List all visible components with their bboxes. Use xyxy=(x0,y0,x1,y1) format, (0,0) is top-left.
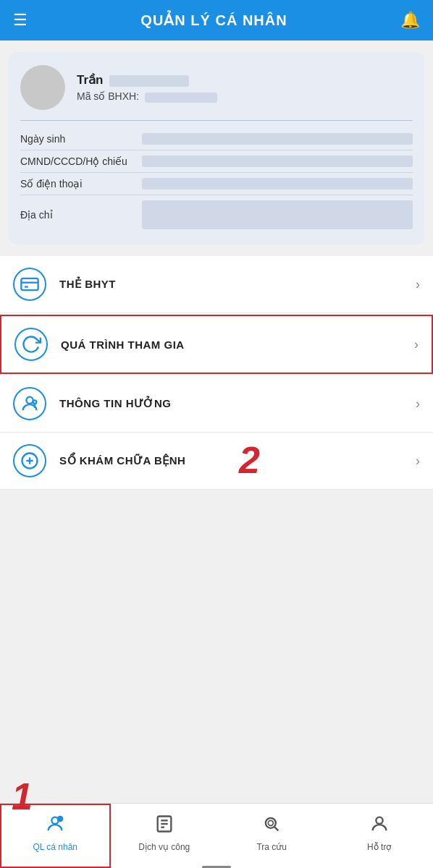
svg-point-16 xyxy=(266,818,276,828)
nav-item-dich-vu-cong[interactable]: Dịch vụ công xyxy=(111,804,219,868)
menu-label-qua-trinh: QUÁ TRÌNH THAM GIA xyxy=(61,339,414,351)
page-title: QUẢN LÝ CÁ NHÂN xyxy=(28,12,400,29)
svg-rect-0 xyxy=(21,278,38,290)
profile-bhxh-value xyxy=(145,93,217,103)
profile-field-address: Địa chỉ xyxy=(20,195,413,234)
profile-card: Trần Mã số BHXH: Ngày sinh CMND/CCCD/Hộ … xyxy=(9,52,424,244)
svg-point-18 xyxy=(269,820,274,825)
nav-item-tra-cuu[interactable]: Tra cứu xyxy=(218,804,326,868)
so-kham-icon xyxy=(13,444,46,477)
app-header: ☰ QUẢN LÝ CÁ NHÂN 🔔 xyxy=(0,0,433,41)
nav-icon-ho-tro xyxy=(369,814,390,839)
menu-item-so-kham[interactable]: SỔ KHÁM CHỮA BỆNH › xyxy=(0,433,433,490)
nav-icon-ql-ca-nhan xyxy=(45,814,65,839)
svg-line-17 xyxy=(274,827,278,830)
chevron-the-bhyt: › xyxy=(416,277,420,292)
field-value-phone xyxy=(142,178,413,190)
nav-item-ql-ca-nhan[interactable]: QL cá nhân xyxy=(0,804,111,868)
field-label-ngaysinh: Ngày sinh xyxy=(20,133,136,145)
profile-field-ngaysinh: Ngày sinh xyxy=(20,128,413,150)
avatar xyxy=(20,65,65,110)
menu-label-thong-tin: THÔNG TIN HƯỞNG xyxy=(59,397,416,410)
main-content: Trần Mã số BHXH: Ngày sinh CMND/CCCD/Hộ … xyxy=(0,52,433,555)
field-value-cmnd xyxy=(142,156,413,167)
menu-item-thong-tin[interactable]: THÔNG TIN HƯỞNG › xyxy=(0,375,433,433)
the-bhyt-icon xyxy=(13,268,46,301)
profile-divider xyxy=(20,120,413,121)
field-value-address xyxy=(142,200,413,229)
nav-icon-dich-vu-cong xyxy=(154,814,175,839)
svg-point-3 xyxy=(26,397,33,404)
qua-trinh-icon xyxy=(14,328,48,361)
bottom-nav: QL cá nhân Dịch vụ công Tra cứu xyxy=(0,803,433,868)
profile-name: Trần xyxy=(77,72,217,88)
chevron-qua-trinh: › xyxy=(414,337,419,352)
menu-label-so-kham: SỔ KHÁM CHỮA BỆNH xyxy=(59,454,416,467)
chevron-thong-tin: › xyxy=(416,396,420,412)
nav-label-tra-cuu: Tra cứu xyxy=(256,842,287,852)
menu-item-the-bhyt[interactable]: THẺ BHYT › xyxy=(0,256,433,313)
field-label-cmnd: CMND/CCCD/Hộ chiếu xyxy=(20,156,136,167)
profile-field-cmnd: CMND/CCCD/Hộ chiếu xyxy=(20,150,413,173)
nav-label-dich-vu-cong: Dịch vụ công xyxy=(138,842,190,852)
menu-section: THẺ BHYT › QUÁ TRÌNH THAM GIA › xyxy=(0,256,433,490)
nav-icon-tra-cuu xyxy=(261,814,282,839)
bell-icon[interactable]: 🔔 xyxy=(400,11,420,30)
nav-item-ho-tro[interactable]: Hỗ trợ xyxy=(326,804,434,868)
field-label-phone: Số điện thoại xyxy=(20,178,136,190)
chevron-so-kham: › xyxy=(416,454,420,469)
profile-name-redacted xyxy=(109,75,189,87)
menu-label-the-bhyt: THẺ BHYT xyxy=(59,278,416,291)
nav-label-ho-tro: Hỗ trợ xyxy=(367,842,391,852)
profile-field-phone: Số điện thoại xyxy=(20,173,413,195)
nav-label-ql-ca-nhan: QL cá nhân xyxy=(33,842,77,852)
hamburger-icon[interactable]: ☰ xyxy=(13,11,28,30)
thong-tin-icon xyxy=(13,387,46,420)
menu-item-qua-trinh[interactable]: QUÁ TRÌNH THAM GIA › xyxy=(0,315,433,374)
field-value-ngaysinh xyxy=(142,133,413,145)
svg-point-4 xyxy=(33,400,37,404)
profile-info: Trần Mã số BHXH: xyxy=(77,72,217,102)
profile-bhxh: Mã số BHXH: xyxy=(77,90,217,102)
field-label-address: Địa chỉ xyxy=(20,209,136,221)
profile-top: Trần Mã số BHXH: xyxy=(20,65,413,110)
svg-point-19 xyxy=(376,817,382,824)
